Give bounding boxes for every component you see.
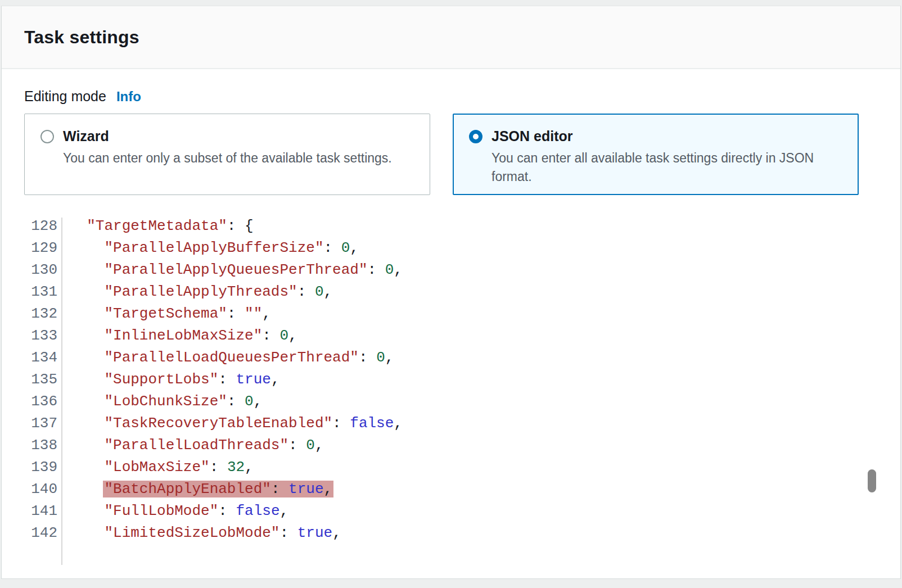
line-number: 136 — [2, 391, 57, 413]
line-number: 129 — [2, 237, 57, 259]
code-line[interactable]: 129 "ParallelApplyBufferSize": 0, — [2, 237, 900, 259]
code-line[interactable]: 131 "ParallelApplyThreads": 0, — [2, 281, 900, 303]
panel-header: Task settings — [2, 6, 900, 69]
option-card-json-editor[interactable]: JSON editor You can enter all available … — [453, 114, 859, 195]
line-number: 140 — [2, 478, 57, 500]
code-lines: 128 "TargetMetadata": {129 "ParallelAppl… — [2, 215, 900, 544]
option-text: JSON editor You can enter all available … — [491, 128, 842, 187]
code-line[interactable]: 142 "LimitedSizeLobMode": true, — [2, 522, 900, 544]
option-title-wizard: Wizard — [63, 128, 414, 144]
json-code-editor[interactable]: 128 "TargetMetadata": {129 "ParallelAppl… — [2, 215, 900, 578]
line-number: 137 — [2, 413, 57, 435]
line-number: 131 — [2, 281, 57, 303]
code-line[interactable]: 139 "LobMaxSize": 32, — [2, 456, 900, 478]
page-title: Task settings — [24, 27, 139, 48]
radio-checked-icon[interactable] — [469, 130, 482, 143]
line-number: 133 — [2, 325, 57, 347]
line-number: 141 — [2, 500, 57, 522]
option-text: Wizard You can enter only a subset of th… — [63, 128, 414, 168]
highlighted-code: "BatchApplyEnabled": true, — [103, 481, 333, 497]
option-card-wizard[interactable]: Wizard You can enter only a subset of th… — [24, 114, 430, 195]
code-line[interactable]: 140 "BatchApplyEnabled": true, — [2, 478, 900, 500]
code-text: "TargetSchema": "", — [57, 303, 271, 325]
code-line[interactable]: 128 "TargetMetadata": { — [2, 215, 900, 237]
gutter-divider — [61, 218, 62, 565]
task-settings-panel: Task settings Editing mode Info Wizard Y… — [1, 6, 901, 579]
code-line[interactable]: 138 "ParallelLoadThreads": 0, — [2, 435, 900, 456]
code-line[interactable]: 135 "SupportLobs": true, — [2, 369, 900, 391]
line-number: 138 — [2, 435, 57, 456]
code-text: "LimitedSizeLobMode": true, — [57, 522, 341, 544]
line-number: 139 — [2, 456, 57, 478]
code-line[interactable]: 134 "ParallelLoadQueuesPerThread": 0, — [2, 347, 900, 369]
code-text: "TaskRecoveryTableEnabled": false, — [57, 413, 403, 435]
task-settings-page: Task settings Editing mode Info Wizard Y… — [0, 0, 902, 588]
code-text: "LobMaxSize": 32, — [57, 456, 254, 478]
code-line[interactable]: 136 "LobChunkSize": 0, — [2, 391, 900, 413]
code-text: "ParallelApplyQueuesPerThread": 0, — [57, 259, 403, 281]
code-text: "LobChunkSize": 0, — [57, 391, 262, 413]
code-text: "InlineLobMaxSize": 0, — [57, 325, 297, 347]
code-text: "SupportLobs": true, — [57, 369, 280, 391]
code-text: "FullLobMode": false, — [57, 500, 288, 522]
code-text: "ParallelLoadThreads": 0, — [57, 435, 324, 456]
line-number: 132 — [2, 303, 57, 325]
option-desc-wizard: You can enter only a subset of the avail… — [63, 149, 412, 168]
line-number: 130 — [2, 259, 57, 281]
panel-content: Editing mode Info Wizard You can enter o… — [2, 69, 900, 195]
code-line[interactable]: 130 "ParallelApplyQueuesPerThread": 0, — [2, 259, 900, 281]
line-number: 134 — [2, 347, 57, 369]
code-text: "ParallelLoadQueuesPerThread": 0, — [57, 347, 394, 369]
code-line[interactable]: 133 "InlineLobMaxSize": 0, — [2, 325, 900, 347]
line-number: 135 — [2, 369, 57, 391]
code-line[interactable]: 132 "TargetSchema": "", — [2, 303, 900, 325]
editing-mode-options: Wizard You can enter only a subset of th… — [24, 114, 878, 195]
option-title-json-editor: JSON editor — [491, 128, 842, 144]
info-link[interactable]: Info — [116, 89, 141, 105]
code-text: "ParallelApplyBufferSize": 0, — [57, 237, 359, 259]
vertical-scrollbar-thumb[interactable] — [868, 469, 876, 492]
editing-mode-row: Editing mode Info — [24, 88, 878, 105]
code-text: "BatchApplyEnabled": true, — [57, 478, 332, 500]
line-number: 142 — [2, 522, 57, 544]
code-text: "ParallelApplyThreads": 0, — [57, 281, 332, 303]
code-line[interactable]: 141 "FullLobMode": false, — [2, 500, 900, 522]
line-number: 128 — [2, 215, 57, 237]
radio-unchecked-icon[interactable] — [40, 130, 54, 143]
code-text: "TargetMetadata": { — [57, 215, 254, 237]
option-desc-json-editor: You can enter all available task setting… — [491, 149, 840, 187]
editing-mode-label: Editing mode — [24, 88, 106, 105]
code-line[interactable]: 137 "TaskRecoveryTableEnabled": false, — [2, 413, 900, 435]
